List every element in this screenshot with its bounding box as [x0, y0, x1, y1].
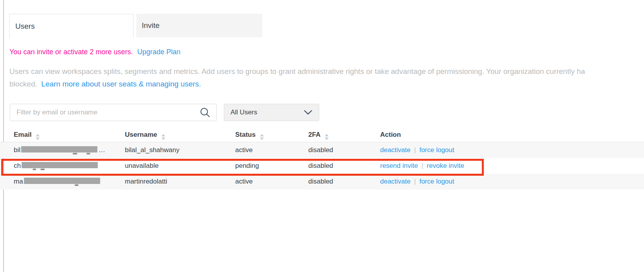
revoke-invite-link[interactable]: revoke invite [427, 162, 464, 169]
redacted-text-fragment [86, 153, 90, 154]
deactivate-link[interactable]: deactivate [380, 146, 411, 154]
chevron-down-icon [304, 110, 313, 115]
force-logout-link[interactable]: force logout [419, 178, 454, 185]
table-row: ma martinredolatti active disabled deact… [0, 174, 644, 189]
username-cell: martinredolatti [125, 174, 167, 189]
table-row: bil… bilal_al_shahwany active disabled d… [0, 142, 644, 158]
filter-field-wrapper [10, 104, 217, 121]
table-header: Email Username Status 2FA Action [0, 128, 644, 142]
description-line2: blocked. [9, 80, 37, 88]
action-cell: resend invite|revoke invite [380, 158, 464, 174]
twofa-cell: disabled [308, 158, 333, 174]
sort-icon[interactable] [161, 134, 165, 140]
username-cell: bilal_al_shahwany [125, 142, 179, 158]
column-header-action: Action [380, 128, 401, 142]
user-type-dropdown[interactable]: All Users [224, 104, 319, 121]
sort-icon[interactable] [36, 134, 40, 140]
seats-message: You can invite or activate 2 more users. [9, 48, 133, 56]
description: Users can view workspaces splits, segmen… [9, 65, 644, 90]
upgrade-plan-link[interactable]: Upgrade Plan [137, 48, 181, 56]
sort-icon[interactable] [260, 134, 264, 140]
username-cell: unavailable [125, 158, 159, 174]
status-cell: pending [235, 158, 259, 174]
table-row: ch unavailable pending disabled resend i… [0, 158, 644, 174]
twofa-cell: disabled [308, 174, 333, 189]
column-header-2fa[interactable]: 2FA [308, 128, 329, 142]
twofa-cell: disabled [308, 142, 333, 158]
email-cell: ma [14, 174, 100, 189]
status-cell: active [235, 142, 252, 158]
force-logout-link[interactable]: force logout [419, 146, 454, 154]
redacted-text-fragment [40, 169, 45, 170]
column-header-status[interactable]: Status [235, 128, 264, 142]
email-cell: ch [14, 158, 98, 174]
filter-input[interactable] [10, 104, 217, 121]
redacted-text-fragment [73, 153, 77, 154]
description-line1: Users can view workspaces splits, segmen… [9, 65, 644, 78]
email-cell: bil… [14, 142, 105, 158]
status-cell: active [235, 174, 252, 189]
tab-users[interactable]: Users [9, 14, 134, 38]
redacted-text-fragment [33, 169, 36, 170]
tab-invite[interactable]: Invite [136, 14, 262, 37]
redacted-email [22, 162, 98, 168]
user-management-page: Users Invite You can invite or activate … [0, 0, 644, 272]
tab-invite-label: Invite [142, 21, 159, 30]
resend-invite-link[interactable]: resend invite [380, 162, 418, 169]
sort-icon[interactable] [325, 134, 329, 140]
redacted-email [24, 178, 100, 184]
redacted-email [21, 146, 97, 153]
learn-more-link[interactable]: Learn more about user seats & managing u… [41, 80, 201, 88]
seats-banner: You can invite or activate 2 more users.… [9, 48, 181, 56]
tab-users-label: Users [15, 22, 35, 31]
action-cell: deactivate|force logout [380, 174, 454, 189]
deactivate-link[interactable]: deactivate [380, 178, 411, 185]
column-header-email[interactable]: Email [14, 128, 40, 142]
action-cell: deactivate|force logout [380, 142, 454, 158]
column-header-username[interactable]: Username [125, 128, 165, 142]
user-type-dropdown-value: All Users [231, 108, 257, 116]
redacted-text-fragment [75, 184, 79, 186]
